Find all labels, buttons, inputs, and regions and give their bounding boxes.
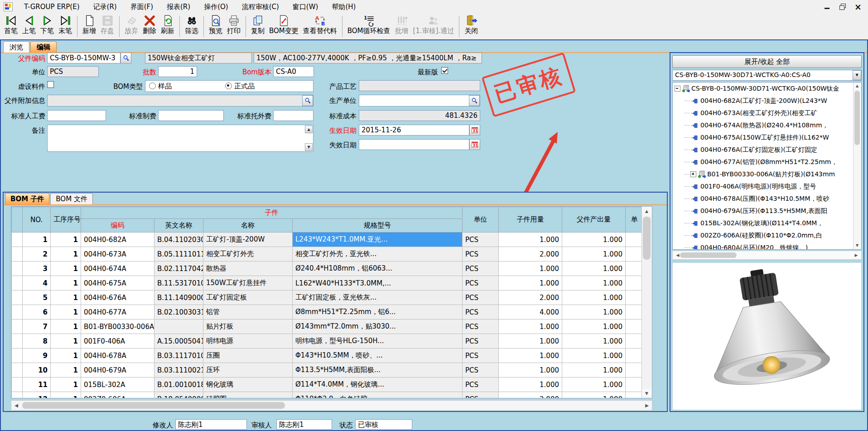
cell-unit[interactable]: PCS	[463, 291, 499, 305]
cell-extra[interactable]	[626, 320, 643, 334]
tree-node[interactable]: 004H0-677A(铝管)(Ø8mm*H51*T2.25mm，	[673, 156, 861, 168]
cell-seq[interactable]: 1	[51, 392, 81, 399]
cell-extra[interactable]	[626, 305, 643, 320]
std-labor-field[interactable]	[47, 110, 106, 121]
cell-pqty[interactable]: 1.000	[562, 276, 626, 291]
cell-code[interactable]: 004H0-675A	[81, 276, 154, 291]
menu-item-process-audit[interactable]: 流程审核(C)	[235, 3, 286, 11]
bom-type-sample[interactable]: 样品	[149, 82, 172, 91]
cell-sel[interactable]	[12, 291, 23, 305]
cell-unit[interactable]: PCS	[463, 276, 499, 291]
cell-code[interactable]: 004H0-678A	[81, 349, 154, 363]
cell-qty[interactable]: 2.000	[499, 291, 562, 305]
cell-unit[interactable]: PCS	[463, 247, 499, 262]
cell-no[interactable]: 2	[23, 247, 51, 262]
menu-item-reports[interactable]: 报表(R)	[160, 3, 197, 11]
table-row[interactable]: 21004H0-673AB.05.1111011...相变工矿灯外壳相变工矿灯外…	[12, 247, 643, 262]
cell-spec[interactable]: 相变工矿灯外壳，亚光铁...	[293, 247, 463, 262]
scroll-down-icon[interactable]: ▼	[854, 242, 861, 249]
tab-bom-children[interactable]: BOM 子件	[5, 193, 49, 204]
close-icon[interactable]: ×	[854, 3, 862, 10]
cell-sel[interactable]	[12, 232, 23, 247]
cell-spec[interactable]: Φ110*Φ2.0，白色硅胶...	[293, 392, 463, 399]
table-vertical-scrollbar[interactable]: ▲ ▼	[641, 207, 652, 398]
tree-node[interactable]: 004H0-675A(150W工矿灯悬挂件)(L162*W	[673, 131, 861, 144]
tree-node[interactable]: 004H0-676A(工矿灯固定板)(工矿灯固定	[673, 144, 861, 156]
cell-sel[interactable]	[12, 262, 23, 276]
toolbar-button-prev-record[interactable]: 上笔	[20, 14, 38, 39]
expire-date-field[interactable]	[359, 139, 469, 150]
cell-unit[interactable]: PCS	[463, 232, 499, 247]
toolbar-button-close[interactable]: 关闭	[462, 14, 480, 39]
cell-no[interactable]: 5	[23, 291, 51, 305]
effective-date-field[interactable]: 2015-11-26	[359, 125, 469, 136]
bom-version-selector[interactable]: CS-BYB-0-150MW-30D71-WCTKG-A0:CS-A0	[672, 70, 862, 81]
menu-item-interface[interactable]: 界面(F)	[124, 3, 160, 11]
cell-pqty[interactable]: 1.000	[562, 363, 626, 378]
cell-en[interactable]: B.02.1117042...	[154, 262, 203, 276]
cell-seq[interactable]: 1	[51, 334, 81, 349]
cell-name[interactable]: 钢化玻璃	[203, 378, 293, 392]
cell-name[interactable]: 工矿灯-顶盖-200W	[203, 232, 293, 247]
cell-no[interactable]: 4	[23, 276, 51, 291]
cell-spec[interactable]: Φ143*H10.5MM，喷砂、...	[293, 349, 463, 363]
cell-name[interactable]: 150W工矿灯悬挂件	[203, 276, 293, 291]
cell-pqty[interactable]: 1.000	[562, 247, 626, 262]
scroll-thumb[interactable]	[643, 217, 651, 260]
cell-spec[interactable]: Ø114*T4.0MM，钢化玻璃...	[293, 378, 463, 392]
cell-qty[interactable]: 1.000	[499, 262, 562, 276]
cell-code[interactable]: 015BL-302A	[81, 378, 154, 392]
table-row[interactable]: 41004H0-675AB.11.5317010...150W工矿灯悬挂件L16…	[12, 276, 643, 291]
tree-node[interactable]: 004H0-678A(压圈)(Φ143*H10.5MM，喷砂	[673, 193, 861, 205]
cell-name[interactable]: 工矿灯固定板	[203, 291, 293, 305]
scroll-thumb[interactable]	[854, 91, 860, 145]
cell-extra[interactable]	[626, 291, 643, 305]
tree-node[interactable]: 004H0-680A(吊环)(M20、铁镀镍。)	[673, 242, 861, 250]
cell-pqty[interactable]: 1.000	[562, 378, 626, 392]
virtual-part-checkbox[interactable]	[47, 81, 54, 88]
expand-icon[interactable]	[690, 171, 696, 177]
cell-extra[interactable]	[626, 276, 643, 291]
table-row[interactable]: 101004H0-679AB.03.1110021...压环Φ113.5*H5M…	[12, 363, 643, 378]
remark-scroll-up-icon[interactable]: ▲	[305, 126, 313, 133]
collapse-icon[interactable]	[675, 86, 680, 92]
tree-node[interactable]: 004H0-674A(散热器)(Ø240.4*H108mm，	[673, 119, 861, 131]
cell-seq[interactable]: 1	[51, 247, 81, 262]
cell-qty[interactable]: 2.000	[499, 392, 562, 399]
cell-spec[interactable]: 明纬电源，型号HLG-150H...	[293, 334, 463, 349]
cell-qty[interactable]: 1.000	[499, 334, 562, 349]
cell-unit[interactable]: PCS	[463, 378, 499, 392]
cell-qty[interactable]: 1.000	[499, 378, 562, 392]
scroll-left-icon[interactable]: ◀	[11, 401, 21, 410]
cell-code[interactable]: B01-BYB00330-006A	[81, 320, 154, 334]
tree-node[interactable]: 002Z0-606A(硅胶圈)(Φ110*Φ2.0mm,白	[673, 229, 861, 242]
cell-pqty[interactable]: 1.000	[562, 392, 626, 399]
cell-no[interactable]: 11	[23, 378, 51, 392]
cell-sel[interactable]	[12, 392, 23, 399]
toolbar-button-print[interactable]: 打印	[225, 14, 243, 39]
tree-node[interactable]: 001F0-406A(明纬电源)(明纬电源，型号	[673, 180, 861, 193]
scroll-up-icon[interactable]: ▲	[642, 207, 651, 216]
latest-version-checkbox[interactable]	[441, 67, 448, 74]
cell-name[interactable]: 压环	[203, 363, 293, 378]
cell-spec[interactable]: L243*W243*T1.0MM.亚光...	[293, 232, 463, 247]
cell-qty[interactable]: 1.000	[499, 363, 562, 378]
parent-extra-search-button[interactable]	[302, 95, 313, 106]
cell-seq[interactable]: 1	[51, 262, 81, 276]
cell-extra[interactable]	[626, 232, 643, 247]
parent-code-field[interactable]: CS-BYB-0-150MW-3	[47, 53, 121, 63]
cell-no[interactable]: 9	[23, 349, 51, 363]
cell-spec[interactable]: L162*W40*H133*T3.0MM,...	[293, 276, 463, 291]
cell-name[interactable]: 贴片灯板	[203, 320, 293, 334]
cell-seq[interactable]: 1	[51, 305, 81, 320]
cell-qty[interactable]: 1.000	[499, 232, 562, 247]
effective-date-calendar-icon[interactable]: 31	[469, 125, 480, 136]
cell-code[interactable]: 004H0-677A	[81, 305, 154, 320]
cell-en[interactable]: B.03.1110021...	[154, 363, 203, 378]
cell-unit[interactable]: PCS	[463, 262, 499, 276]
cell-no[interactable]: 1	[23, 232, 51, 247]
cell-en[interactable]: A.15.0005041...	[154, 334, 203, 349]
cell-extra[interactable]	[626, 334, 643, 349]
cell-sel[interactable]	[12, 363, 23, 378]
cell-seq[interactable]: 1	[51, 276, 81, 291]
